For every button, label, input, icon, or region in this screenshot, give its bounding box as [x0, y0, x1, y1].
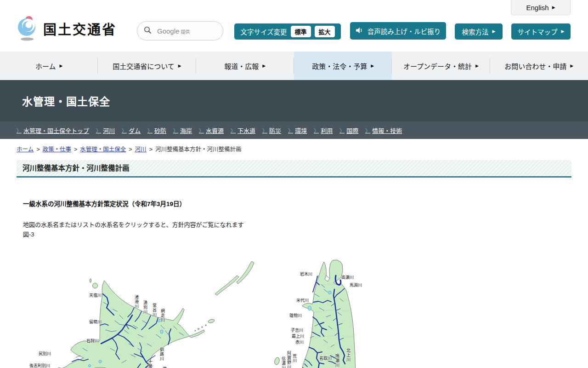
- tohoku-river-label-3[interactable]: 米代川: [296, 299, 309, 303]
- section-nav-link-6[interactable]: 〉下水道: [231, 126, 255, 135]
- section-nav-link-11[interactable]: 〉情報・技術: [365, 126, 402, 135]
- section-nav-link-8[interactable]: 〉環境: [288, 126, 307, 135]
- global-nav-label: オープンデータ・統計: [403, 61, 472, 71]
- search-method-button[interactable]: 検索方法 ▶: [455, 23, 503, 40]
- breadcrumb-link-0[interactable]: ホーム: [17, 146, 34, 153]
- global-nav-item-3[interactable]: 政策・法令・予算▶: [294, 52, 392, 80]
- tts-button[interactable]: 音声読み上げ・ルビ振り: [350, 22, 446, 40]
- tohoku-river-label-8[interactable]: 信濃川: [281, 356, 285, 368]
- section-nav-label: 下水道: [237, 126, 255, 135]
- font-size-control: 文字サイズ変更 標準 拡大: [234, 23, 341, 40]
- chevron-right-icon: 〉: [262, 126, 267, 134]
- hokkaido-river-label-3[interactable]: 常呂川: [152, 303, 156, 317]
- font-size-large-button[interactable]: 拡大: [315, 26, 335, 37]
- section-nav-link-1[interactable]: 〉河川: [96, 126, 115, 135]
- section-nav-label: ダム: [129, 126, 141, 135]
- tohoku-river-label-9[interactable]: 阿賀野川: [286, 351, 291, 368]
- hokkaido-river-label-8[interactable]: 後志利別川: [29, 364, 50, 368]
- section-nav-label: 国際: [346, 126, 358, 135]
- figure-label: 図-3: [23, 230, 588, 240]
- mlit-logo[interactable]: 国土交通省: [17, 14, 117, 43]
- arrow-right-icon: ▶: [262, 64, 266, 68]
- tohoku-river-label-2[interactable]: 馬淵川: [350, 283, 362, 288]
- tohoku-river-label-4[interactable]: 雄物川: [289, 314, 302, 318]
- global-nav-label: 政策・法令・予算: [312, 61, 367, 71]
- global-nav-item-4[interactable]: オープンデータ・統計▶: [392, 52, 490, 80]
- tohoku-map: 岩木川高瀬川馬淵川米代川雄物川子吉川最上川赤川信濃川阿賀野川荒川名取川鳴瀬川北上…: [269, 257, 372, 368]
- hokkaido-river-label-10[interactable]: 十勝川: [147, 359, 152, 368]
- section-nav-link-0[interactable]: 〉水管理・国土保全トップ: [17, 126, 89, 135]
- sitemap-button[interactable]: サイトマップ ▶: [511, 23, 571, 40]
- breadcrumb-link-1[interactable]: 政策・仕事: [42, 146, 71, 153]
- section-nav-link-9[interactable]: 〉利用: [314, 126, 333, 135]
- section-nav-label: 海岸: [180, 126, 192, 135]
- arrow-right-icon: ▶: [178, 64, 181, 68]
- site-name: 国土交通省: [43, 19, 117, 38]
- breadcrumb-link-2[interactable]: 水管理・国土保全: [80, 146, 126, 153]
- chevron-right-icon: 〉: [314, 126, 319, 134]
- arrow-right-icon: ▶: [570, 64, 573, 68]
- hokkaido-river-label-2[interactable]: 湧別川: [142, 300, 147, 314]
- arrow-right-icon: ▶: [475, 64, 479, 68]
- chevron-right-icon: 〉: [17, 126, 22, 134]
- breadcrumb-separator: >: [149, 146, 153, 153]
- hokkaido-river-label-1[interactable]: 渚滑川: [134, 295, 138, 309]
- chevron-right-icon: 〉: [231, 126, 236, 134]
- breadcrumb-separator: >: [36, 146, 40, 153]
- section-nav-link-2[interactable]: 〉ダム: [122, 126, 141, 135]
- tohoku-river-label-6[interactable]: 最上川: [292, 334, 304, 339]
- global-nav-label: 報道・広報: [224, 61, 259, 71]
- section-nav-link-5[interactable]: 〉水資源: [199, 126, 224, 135]
- chevron-right-icon: 〉: [288, 126, 293, 134]
- section-nav-link-10[interactable]: 〉国際: [339, 126, 358, 135]
- section-nav-link-4[interactable]: 〉海岸: [173, 126, 192, 135]
- section-nav-label: 防災: [269, 126, 281, 135]
- section-banner: 水管理・国土保全: [0, 80, 588, 121]
- hokkaido-river-label-4[interactable]: 網走川: [160, 309, 164, 322]
- content-heading: 一級水系の河川整備基本方針策定状況（令和7年3月19日）: [23, 199, 588, 208]
- tohoku-river-label-11[interactable]: 名取川: [319, 356, 332, 361]
- tohoku-river-label-1[interactable]: 高瀬川: [341, 276, 354, 280]
- global-nav-item-1[interactable]: 国土交通省について▶: [98, 52, 196, 80]
- global-nav-item-5[interactable]: お問い合わせ・申請▶: [490, 52, 588, 80]
- section-nav-label: 河川: [103, 126, 115, 135]
- global-nav-item-2[interactable]: 報道・広報▶: [196, 52, 294, 80]
- hokkaido-river-label-6[interactable]: 石狩川: [86, 339, 99, 344]
- chevron-right-icon: 〉: [365, 126, 370, 134]
- tohoku-river-label-10[interactable]: 荒川: [292, 354, 296, 363]
- mlit-logo-icon: [17, 14, 39, 43]
- breadcrumb-separator: >: [129, 146, 132, 153]
- breadcrumb-separator: >: [74, 146, 77, 153]
- chevron-right-icon: 〉: [339, 126, 345, 134]
- hokkaido-map: 天塩川渚滑川湧別川常呂川網走川留萌川石狩川尻別川後志利別川釧路川十勝川鵡川沙流川: [28, 256, 257, 368]
- search-method-label: 検索方法: [462, 27, 489, 36]
- search-placeholder: Google提供: [157, 27, 190, 35]
- tohoku-river-label-5[interactable]: 子吉川: [291, 328, 303, 333]
- arrow-right-icon: ▶: [552, 6, 555, 10]
- hokkaido-river-label-9[interactable]: 釧路川: [159, 347, 164, 361]
- hokkaido-river-label-5[interactable]: 留萌川: [89, 320, 102, 325]
- search-input[interactable]: Google提供: [137, 21, 223, 40]
- english-button[interactable]: English ▶: [511, 0, 571, 15]
- section-nav-link-3[interactable]: 〉砂防: [147, 126, 166, 135]
- section-nav-link-7[interactable]: 〉防災: [262, 126, 281, 135]
- english-label: English: [526, 4, 548, 12]
- chevron-right-icon: 〉: [96, 126, 101, 134]
- chevron-right-icon: 〉: [199, 126, 204, 134]
- breadcrumb-link-3[interactable]: 河川: [135, 146, 147, 153]
- global-nav-label: 国土交通省について: [113, 61, 175, 71]
- hokkaido-river-label-11[interactable]: 鵡川: [162, 367, 166, 368]
- speaker-icon: [356, 27, 364, 35]
- font-size-standard-button[interactable]: 標準: [291, 26, 311, 37]
- section-nav-label: 情報・技術: [372, 126, 402, 135]
- tohoku-river-label-13[interactable]: 北上川: [345, 348, 350, 362]
- tohoku-river-label-12[interactable]: 鳴瀬川: [334, 354, 339, 368]
- breadcrumb: ホーム>政策・仕事>水管理・国土保全>河川>河川整備基本方針・河川整備計画: [17, 144, 588, 153]
- tohoku-river-label-0[interactable]: 岩木川: [300, 272, 312, 277]
- section-nav-label: 水管理・国土保全トップ: [23, 126, 89, 135]
- section-title: 水管理・国土保全: [22, 93, 110, 109]
- hokkaido-river-label-7[interactable]: 尻別川: [39, 352, 51, 356]
- global-nav-item-0[interactable]: ホーム▶: [0, 52, 98, 80]
- tohoku-river-label-7[interactable]: 赤川: [295, 340, 304, 345]
- hokkaido-river-label-0[interactable]: 天塩川: [89, 293, 102, 298]
